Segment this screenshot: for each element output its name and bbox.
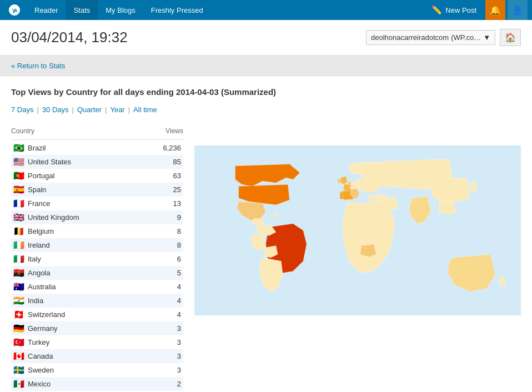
country-views: 8 [159, 241, 181, 249]
country-name: Mexico [28, 380, 159, 388]
country-flag: 🇧🇷 [13, 144, 24, 152]
country-flag: 🇦🇺 [13, 283, 24, 291]
table-row: 🇹🇷 Turkey 3 [11, 335, 183, 349]
table-row: 🇺🇸 United States 85 [11, 155, 183, 169]
country-flag: 🇩🇪 [13, 325, 24, 333]
country-views: 3 [159, 338, 181, 346]
table-header: Country Views [11, 125, 183, 140]
country-views: 5 [159, 269, 181, 277]
country-views: 6,236 [159, 144, 181, 152]
country-views: 3 [159, 352, 181, 360]
table-row: 🇦🇴 Angola 5 [11, 266, 183, 280]
country-name: Italy [28, 255, 159, 263]
nav-freshly-pressed[interactable]: Freshly Pressed [143, 0, 211, 20]
country-name: Turkey [28, 338, 159, 346]
period-year[interactable]: Year [110, 105, 124, 114]
header-country: Country [11, 127, 34, 135]
ireland-shape [337, 178, 341, 183]
blog-selector[interactable]: deolhonacarreiradotcom (WP.co… ▼ [366, 30, 495, 45]
country-flag: 🇪🇸 [13, 186, 24, 194]
bell-icon: 🔔 [490, 5, 501, 16]
country-views: 4 [159, 296, 181, 305]
country-views: 3 [159, 366, 181, 374]
china-shape [432, 178, 470, 202]
country-flag: 🇧🇪 [13, 228, 24, 235]
country-rows: 🇧🇷 Brazil 6,236 🇺🇸 United States 85 🇵🇹 P… [11, 141, 183, 391]
country-name: Australia [28, 283, 159, 291]
country-views: 63 [159, 172, 181, 180]
table-row: 🇸🇪 Sweden 3 [11, 363, 183, 377]
nav-links: Reader Stats My Blogs Freshly Pressed [27, 0, 425, 20]
country-name: Sweden [28, 366, 159, 374]
table-row: 🇮🇳 India 4 [11, 294, 183, 308]
country-name: United Kingdom [28, 213, 159, 222]
period-quarter[interactable]: Quarter [77, 105, 102, 114]
country-name: United States [28, 158, 159, 166]
country-views: 13 [159, 199, 181, 208]
blog-name: deolhonacarreiradotcom [371, 33, 449, 42]
country-flag: 🇵🇹 [13, 172, 24, 180]
country-views: 2 [159, 380, 181, 388]
country-flag: 🇮🇪 [13, 242, 24, 249]
country-views: 8 [159, 227, 181, 235]
page-header: 03/04/2014, 19:32 deolhonacarreiradotcom… [0, 20, 532, 56]
home-button[interactable]: 🏠 [500, 29, 521, 46]
nav-reader[interactable]: Reader [27, 0, 66, 20]
country-flag: 🇫🇷 [13, 200, 24, 208]
country-views: 4 [159, 310, 181, 319]
avatar-button[interactable]: 👤 [508, 0, 528, 20]
country-name: India [28, 296, 159, 305]
page-title: 03/04/2014, 19:32 [11, 29, 128, 46]
country-flag: 🇺🇸 [13, 158, 24, 166]
nav-right: ✏️ New Post 🔔 👤 [425, 0, 528, 20]
breadcrumb-bar: « Return to Stats [0, 56, 532, 76]
country-flag: 🇨🇭 [13, 311, 24, 319]
country-name: Spain [28, 185, 159, 194]
country-views: 85 [159, 158, 181, 166]
country-flag: 🇮🇹 [13, 255, 24, 263]
country-name: Belgium [28, 227, 159, 235]
pencil-icon: ✏️ [431, 5, 442, 15]
nav-stats[interactable]: Stats [66, 0, 98, 20]
table-row: 🇨🇦 Canada 3 [11, 349, 183, 363]
section-title: Top Views by Country for all days ending… [11, 87, 521, 97]
country-flag: 🇮🇳 [13, 297, 24, 305]
map-area [183, 125, 521, 391]
country-name: Canada [28, 352, 159, 360]
table-row: 🇮🇪 Ireland 8 [11, 238, 183, 252]
table-row: 🇩🇪 Germany 3 [11, 321, 183, 335]
table-row: 🇨🇭 Switzerland 4 [11, 308, 183, 321]
new-post-label: New Post [445, 6, 476, 14]
period-30-days[interactable]: 30 Days [42, 105, 69, 114]
world-map [194, 125, 521, 336]
country-flag: 🇦🇴 [13, 269, 24, 277]
angola-shape [360, 244, 377, 257]
country-name: France [28, 199, 159, 208]
table-row: 🇬🇧 United Kingdom 9 [11, 210, 183, 224]
chevron-down-icon: ▼ [483, 33, 490, 42]
new-post-button[interactable]: ✏️ New Post [425, 0, 483, 20]
country-views: 9 [159, 213, 181, 222]
country-views: 3 [159, 324, 181, 333]
table-row: 🇮🇹 Italy 6 [11, 252, 183, 266]
return-to-stats-link[interactable]: « Return to Stats [11, 62, 66, 70]
avatar-icon: 👤 [512, 5, 523, 16]
wordpress-logo[interactable] [4, 0, 24, 20]
period-all-time[interactable]: All time [133, 105, 157, 114]
country-flag: 🇸🇪 [13, 366, 24, 374]
table-row: 🇪🇸 Spain 25 [11, 183, 183, 197]
table-row: 🇧🇪 Belgium 8 [11, 224, 183, 238]
content-area: Country Views 🇧🇷 Brazil 6,236 🇺🇸 United … [11, 125, 521, 391]
table-row: 🇵🇹 Portugal 63 [11, 169, 183, 183]
period-7-days[interactable]: 7 Days [11, 105, 33, 114]
country-table: Country Views 🇧🇷 Brazil 6,236 🇺🇸 United … [11, 125, 183, 391]
country-name: Portugal [28, 172, 159, 180]
country-name: Brazil [28, 144, 159, 152]
nav-my-blogs[interactable]: My Blogs [98, 0, 143, 20]
home-icon: 🏠 [505, 33, 516, 42]
notifications-button[interactable]: 🔔 [485, 0, 505, 20]
blog-suffix: (WP.co… [451, 33, 481, 42]
country-views: 4 [159, 283, 181, 291]
table-row: 🇦🇺 Australia 4 [11, 280, 183, 294]
country-flag: 🇲🇽 [13, 380, 24, 388]
